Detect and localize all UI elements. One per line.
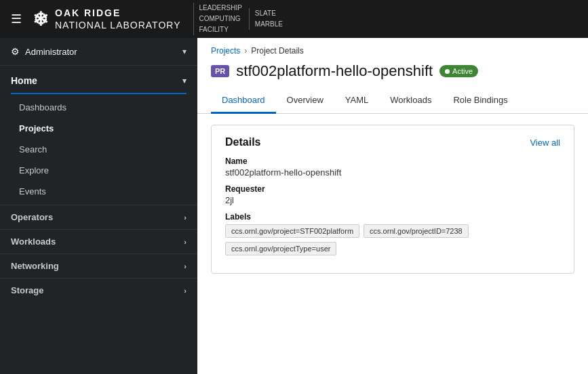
storage-chevron-icon: ›	[184, 287, 187, 295]
home-menu-item[interactable]: Home ▾	[0, 68, 197, 93]
active-dot-icon	[445, 69, 450, 74]
content-area: Projects › Project Details PR stf002plat…	[197, 38, 588, 374]
tab-yaml[interactable]: YAML	[334, 88, 379, 114]
details-header: Details View all	[225, 136, 560, 148]
label-tag-2: ccs.ornl.gov/projectType=user	[225, 242, 336, 255]
tab-dashboard[interactable]: Dashboard	[211, 88, 276, 114]
pr-badge: PR	[211, 65, 229, 77]
view-all-link[interactable]: View all	[530, 138, 560, 148]
detail-name-field: Name stf002platform-hello-openshift	[225, 157, 560, 178]
sidebar-item-dashboards[interactable]: Dashboards	[0, 97, 197, 118]
active-badge: Active	[439, 65, 478, 77]
home-underline	[11, 93, 187, 94]
details-title: Details	[225, 136, 260, 148]
detail-labels-field: Labels ccs.ornl.gov/project=STF002platfo…	[225, 212, 560, 255]
detail-name-label: Name	[225, 157, 560, 166]
facility-name: LEADERSHIPCOMPUTINGFACILITY	[193, 3, 242, 35]
admin-chevron-icon: ▾	[182, 47, 187, 56]
breadcrumb-current: Project Details	[251, 46, 303, 56]
sidebar: ⚙ Administrator ▾ Home ▾ Dashboards Proj…	[0, 38, 197, 374]
logo-area: ❄ OAK RIDGENational Laboratory LEADERSHI…	[33, 3, 283, 35]
sidebar-item-networking[interactable]: Networking ›	[0, 253, 197, 278]
page-title: stf002platform-hello-openshift	[236, 62, 433, 80]
operators-chevron-icon: ›	[184, 213, 187, 222]
breadcrumb-projects-link[interactable]: Projects	[211, 46, 240, 56]
networking-chevron-icon: ›	[184, 262, 187, 270]
tab-overview[interactable]: Overview	[276, 88, 334, 114]
sidebar-item-search[interactable]: Search	[0, 139, 197, 160]
detail-requester-value: 2jl	[225, 195, 560, 205]
top-nav: ☰ ❄ OAK RIDGENational Laboratory LEADERS…	[0, 0, 588, 38]
platform-name: SLATEMARBLE	[249, 8, 283, 30]
page-title-row: PR stf002platform-hello-openshift Active	[197, 60, 588, 88]
workloads-chevron-icon: ›	[184, 238, 187, 246]
sidebar-item-events[interactable]: Events	[0, 181, 197, 202]
sidebar-item-projects[interactable]: Projects	[0, 118, 197, 139]
admin-menu[interactable]: ⚙ Administrator ▾	[0, 38, 197, 66]
detail-name-value: stf002platform-hello-openshift	[225, 167, 560, 178]
sidebar-item-workloads[interactable]: Workloads ›	[0, 229, 197, 253]
home-chevron-icon: ▾	[182, 77, 187, 85]
breadcrumb: Projects › Project Details	[197, 38, 588, 60]
sidebar-item-operators[interactable]: Operators ›	[0, 205, 197, 229]
sidebar-item-storage[interactable]: Storage ›	[0, 278, 197, 302]
tab-workloads[interactable]: Workloads	[379, 88, 442, 114]
admin-label: Administrator	[25, 47, 77, 57]
sidebar-item-explore[interactable]: Explore	[0, 160, 197, 181]
gear-icon: ⚙	[11, 46, 20, 57]
detail-requester-field: Requester 2jl	[225, 184, 560, 205]
breadcrumb-separator: ›	[244, 46, 247, 56]
tab-role-bindings[interactable]: Role Bindings	[442, 88, 518, 114]
detail-labels-label: Labels	[225, 212, 560, 222]
label-tags-container: ccs.ornl.gov/project=STF002platform ccs.…	[225, 224, 560, 255]
details-card: Details View all Name stf002platform-hel…	[211, 125, 574, 274]
label-tag-0: ccs.ornl.gov/project=STF002platform	[225, 224, 359, 238]
home-section: Home ▾ Dashboards Projects Search Explor…	[0, 66, 197, 205]
active-label: Active	[452, 67, 473, 75]
tab-bar: Dashboard Overview YAML Workloads Role B…	[197, 88, 588, 114]
home-label: Home	[11, 75, 37, 86]
label-tag-1: ccs.ornl.gov/projectID=7238	[364, 224, 469, 238]
main-wrapper: ⚙ Administrator ▾ Home ▾ Dashboards Proj…	[0, 38, 588, 374]
hamburger-icon[interactable]: ☰	[11, 12, 22, 26]
detail-requester-label: Requester	[225, 184, 560, 194]
snowflake-icon: ❄	[33, 8, 48, 30]
org-name: OAK RIDGENational Laboratory	[55, 7, 181, 31]
